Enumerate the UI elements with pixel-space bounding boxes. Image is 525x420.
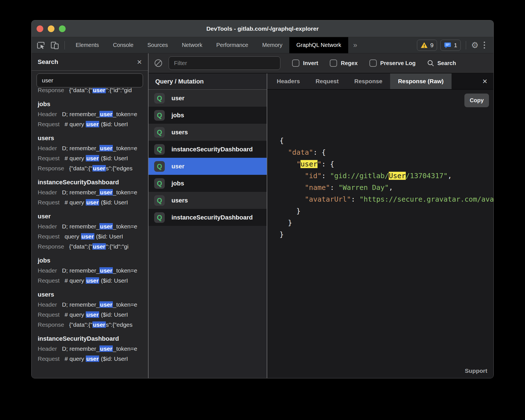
search-result-row[interactable]: Response{"data":{"users":{"edges <box>38 163 148 173</box>
search-result-row[interactable]: HeaderD; remember_user_token=e <box>38 143 148 153</box>
zoom-button[interactable] <box>59 25 66 32</box>
result-group-title[interactable]: jobs <box>38 99 148 109</box>
copy-button[interactable]: Copy <box>464 94 489 107</box>
match-highlight: user <box>92 88 106 93</box>
right-region: Invert Regex Preserve Log Search <box>149 53 493 378</box>
issues-badge[interactable]: 1 <box>440 40 461 51</box>
search-close-icon[interactable]: × <box>137 58 142 66</box>
row-label: Header <box>38 145 57 151</box>
tab-headers[interactable]: Headers <box>269 73 308 89</box>
regex-checkbox[interactable] <box>330 59 337 67</box>
more-options-icon[interactable] <box>480 40 489 50</box>
match-highlight: user <box>92 165 106 171</box>
invert-label: Invert <box>303 60 318 66</box>
filter-input[interactable] <box>169 56 280 70</box>
query-list-item[interactable]: QinstanceSecurityDashboard <box>149 209 267 226</box>
detail-close-icon[interactable]: × <box>476 73 493 89</box>
text-segment: ($id: UserI <box>99 121 128 127</box>
search-input[interactable] <box>37 73 143 87</box>
search-result-row[interactable]: HeaderD; remember_user_token=e <box>38 109 148 119</box>
tab-graphql-network[interactable]: GraphQL Network <box>289 37 348 53</box>
query-list-item[interactable]: QinstanceSecurityDashboard <box>149 141 267 158</box>
search-result-row[interactable]: Requestquery user ($id: UserI <box>38 232 148 242</box>
result-group-title[interactable]: instanceSecurityDashboard <box>38 334 148 344</box>
settings-gear-icon[interactable]: ⚙ <box>471 41 479 49</box>
query-list-panel: Query / Mutation QuserQjobsQusersQinstan… <box>149 73 267 378</box>
text-segment: _token=e <box>113 111 137 117</box>
json-line: "avatarUrl": "https://secure.gravatar.co… <box>280 194 493 205</box>
warning-count: 9 <box>430 42 434 49</box>
result-group-title[interactable]: users <box>38 290 148 300</box>
tab-elements[interactable]: Elements <box>69 37 106 53</box>
row-label: Header <box>38 223 57 230</box>
search-result-row[interactable]: Request# query user ($id: UserI <box>38 354 148 364</box>
device-toolbar-icon[interactable] <box>50 40 59 50</box>
row-label: Header <box>38 111 57 117</box>
row-label: Header <box>38 189 57 195</box>
text-segment: ($id: UserI <box>99 277 128 284</box>
query-item-label: user <box>171 163 184 170</box>
clear-block-icon[interactable] <box>154 58 163 68</box>
search-result-row[interactable]: Request# query user ($id: UserI <box>38 276 148 286</box>
result-group-title[interactable]: jobs <box>38 256 148 266</box>
tab-sources[interactable]: Sources <box>140 37 175 53</box>
search-result-row[interactable]: HeaderD; remember_user_token=e <box>38 266 148 276</box>
text-segment: ($id: UserI <box>99 155 128 161</box>
text-segment: D; remember_ <box>62 111 99 117</box>
search-result-row[interactable]: HeaderD; remember_user_token=e <box>38 300 148 310</box>
query-item-label: user <box>171 95 184 102</box>
search-result-row[interactable]: Request# query user ($id: UserI <box>38 119 148 129</box>
search-result-row[interactable]: Response{"data":{"user":{"id":"gid <box>38 88 148 95</box>
search-result-row[interactable]: Request# query user ($id: UserI <box>38 197 148 207</box>
more-tabs-chevron-icon[interactable]: » <box>348 41 362 49</box>
tab-request[interactable]: Request <box>308 73 347 89</box>
row-label: Request <box>38 121 59 127</box>
query-list-item[interactable]: Qjobs <box>149 175 267 192</box>
result-group-title[interactable]: users <box>38 133 148 143</box>
tab-response[interactable]: Response <box>347 73 390 89</box>
search-result-row[interactable]: Response{"data":{"user":{"id":"gi <box>38 242 148 252</box>
row-label: Response <box>38 243 64 250</box>
query-list-item[interactable]: Quser <box>149 90 267 107</box>
search-result-row[interactable]: Request# query user ($id: UserI <box>38 310 148 320</box>
result-group-title[interactable]: user <box>38 211 148 221</box>
text-segment: s":{"edges <box>106 321 132 328</box>
search-toggle[interactable]: Search <box>427 59 456 67</box>
tab-response-raw[interactable]: Response (Raw) <box>390 73 451 89</box>
query-item-label: jobs <box>171 112 184 119</box>
tab-memory[interactable]: Memory <box>255 37 289 53</box>
minimize-button[interactable] <box>48 25 54 32</box>
query-list-item[interactable]: Qusers <box>149 124 267 141</box>
query-list-item[interactable]: Quser <box>149 158 267 175</box>
inspect-cursor-icon[interactable] <box>36 40 46 50</box>
tab-network[interactable]: Network <box>175 37 209 53</box>
text-segment <box>280 160 296 168</box>
preserve-log-checkbox[interactable] <box>369 59 377 67</box>
query-badge-icon: Q <box>154 161 165 172</box>
search-result-row[interactable]: Request# query user ($id: UserI <box>38 153 148 163</box>
match-highlight: user <box>99 267 113 274</box>
query-list-item[interactable]: Qusers <box>149 192 267 209</box>
tab-performance[interactable]: Performance <box>209 37 256 53</box>
result-group-title[interactable]: instanceSecurityDashboard <box>38 177 148 187</box>
json-line: { <box>280 135 493 147</box>
invert-checkbox[interactable] <box>292 59 299 67</box>
search-result-row[interactable]: Response{"data":{"users":{"edges <box>38 320 148 330</box>
search-result-group: instanceSecurityDashboardHeaderD; rememb… <box>38 177 148 207</box>
search-result-row[interactable]: HeaderD; remember_user_token=e <box>38 187 148 197</box>
query-list-item[interactable]: Qjobs <box>149 107 267 124</box>
row-label: Request <box>38 355 59 362</box>
text-segment: } <box>280 230 284 238</box>
query-badge-icon: Q <box>154 93 165 104</box>
text-segment: D; remember_ <box>62 223 99 230</box>
close-button[interactable] <box>37 25 43 32</box>
search-result-row[interactable]: HeaderD; remember_user_token=e <box>38 344 148 354</box>
support-link[interactable]: Support <box>465 367 487 374</box>
text-segment: D; remember_ <box>62 301 99 308</box>
detail-tabs: Headers Request Response Response (Raw) … <box>267 73 493 90</box>
text-segment: "data" <box>288 148 313 156</box>
warnings-badge[interactable]: 9 <box>417 40 437 51</box>
search-result-row[interactable]: HeaderD; remember_user_token=e <box>38 221 148 232</box>
tab-console[interactable]: Console <box>106 37 140 53</box>
match-highlight: user <box>99 145 113 151</box>
